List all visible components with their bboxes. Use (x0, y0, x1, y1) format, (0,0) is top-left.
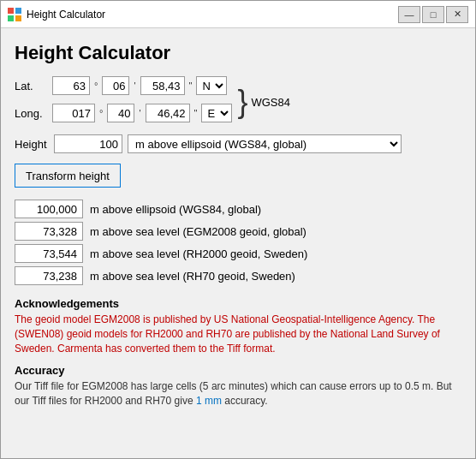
maximize-button[interactable]: □ (422, 6, 444, 23)
result-value-2 (15, 244, 83, 263)
lat-deg-input[interactable] (52, 76, 90, 95)
lat-row: Lat. ° ' " N S (15, 76, 232, 95)
long-min-input[interactable] (107, 104, 134, 122)
long-min-sym: ' (139, 108, 140, 118)
svg-rect-0 (8, 8, 14, 14)
long-sec-sym: " (194, 108, 198, 118)
result-label-0: m above ellipsoid (WGS84, global) (90, 203, 261, 216)
height-label: Height (15, 138, 49, 151)
accuracy-highlight: 1 mm (196, 395, 222, 407)
lat-deg-sym: ° (94, 80, 98, 91)
result-row-3: m above sea level (RH70 geoid, Sweden) (15, 266, 461, 285)
accuracy-title: Accuracy (15, 364, 461, 377)
coordinates-rows: Lat. ° ' " N S Long. ° (15, 76, 232, 128)
long-dir-select[interactable]: E W (201, 104, 232, 122)
lat-label: Lat. (15, 80, 49, 92)
ack-title: Acknowledgements (15, 297, 461, 310)
long-label: Long. (15, 107, 49, 120)
long-row: Long. ° ' " E W (15, 104, 232, 122)
long-sec-input[interactable] (146, 104, 190, 122)
wgs84-group: } WGS84 (237, 86, 290, 117)
result-row-0: m above ellipsoid (WGS84, global) (15, 200, 461, 218)
app-icon (8, 8, 21, 21)
result-label-3: m above sea level (RH70 geoid, Sweden) (90, 270, 295, 283)
lat-dir-select[interactable]: N S (196, 76, 227, 95)
result-label-2: m above sea level (RH2000 geoid, Sweden) (90, 247, 307, 260)
accuracy-text: Our Tiff file for EGM2008 has large cell… (15, 379, 461, 408)
title-bar-title: Height Calculator (27, 9, 105, 21)
svg-rect-1 (15, 8, 21, 14)
title-bar-controls: — □ ✕ (398, 6, 468, 23)
lat-sec-input[interactable] (140, 76, 185, 95)
brace-symbol: } (237, 86, 247, 117)
result-value-1 (15, 222, 83, 241)
transform-button[interactable]: Transform height (15, 164, 121, 188)
accuracy-text-after: accuracy. (222, 395, 268, 407)
title-bar-left: Height Calculator (8, 8, 105, 21)
svg-rect-3 (15, 15, 21, 21)
result-row-2: m above sea level (RH2000 geoid, Sweden) (15, 244, 461, 263)
height-unit-select[interactable]: m above ellipsoid (WGS84, global) m abov… (128, 134, 402, 153)
lat-min-input[interactable] (102, 76, 129, 95)
height-row: Height m above ellipsoid (WGS84, global)… (15, 134, 461, 153)
content-area: Height Calculator Lat. ° ' " N S (1, 28, 475, 458)
minimize-button[interactable]: — (398, 6, 420, 23)
long-deg-input[interactable] (52, 104, 95, 122)
result-value-3 (15, 266, 83, 285)
long-deg-sym: ° (99, 108, 103, 118)
accuracy-section: Accuracy Our Tiff file for EGM2008 has l… (15, 364, 461, 408)
result-label-1: m above sea level (EGM2008 geoid, global… (90, 225, 306, 238)
lat-min-sym: ' (134, 80, 135, 91)
results-section: m above ellipsoid (WGS84, global) m abov… (15, 200, 461, 285)
ack-text: The geoid model EGM2008 is published by … (15, 313, 461, 355)
acknowledgements-section: Acknowledgements The geoid model EGM2008… (15, 297, 461, 355)
main-window: Height Calculator — □ ✕ Height Calculato… (0, 0, 476, 459)
page-title: Height Calculator (15, 42, 461, 64)
height-input[interactable] (54, 134, 122, 153)
close-button[interactable]: ✕ (446, 6, 468, 23)
title-bar: Height Calculator — □ ✕ (1, 1, 475, 28)
wgs84-label: WGS84 (251, 96, 290, 109)
result-row-1: m above sea level (EGM2008 geoid, global… (15, 222, 461, 241)
result-value-0 (15, 200, 83, 218)
svg-rect-2 (8, 15, 14, 21)
lat-sec-sym: " (189, 80, 193, 91)
